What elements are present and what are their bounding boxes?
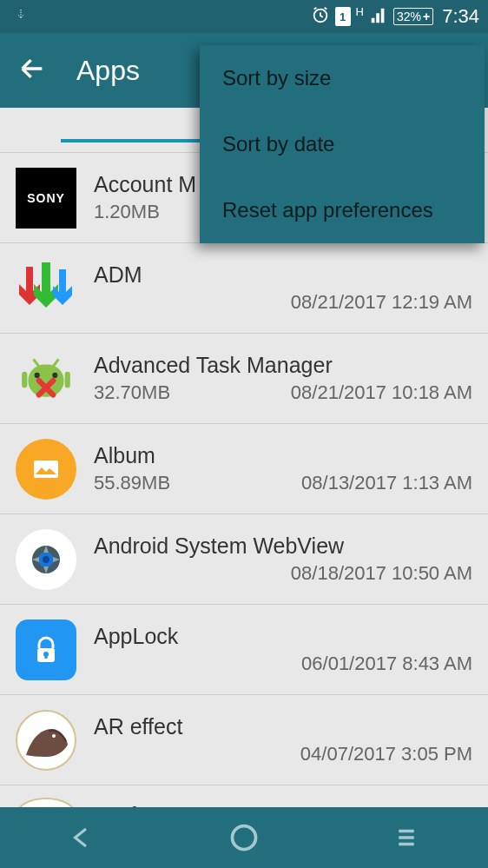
page-title: Apps: [76, 55, 140, 87]
svg-rect-6: [22, 371, 27, 388]
svg-rect-8: [34, 461, 58, 478]
app-icon-album: [16, 439, 76, 500]
list-item[interactable]: Album 55.89MB08/13/2017 1:13 AM: [0, 424, 488, 514]
sim-icon: 1: [335, 7, 351, 26]
svg-point-11: [43, 556, 49, 563]
app-name: Advanced Task Manager: [94, 353, 472, 378]
svg-rect-1: [28, 364, 63, 396]
app-icon-webview: [16, 529, 76, 590]
svg-rect-7: [65, 371, 70, 388]
download-indicator-icon: [14, 8, 28, 26]
battery-icon: 32% +: [393, 8, 433, 25]
list-item[interactable]: ADM 08/21/2017 12:19 AM: [0, 243, 488, 334]
navigation-bar: [0, 807, 488, 868]
svg-point-15: [52, 734, 56, 738]
svg-rect-14: [45, 654, 48, 659]
app-icon-ar-fun: [16, 798, 76, 807]
signal-icon: [369, 5, 388, 29]
alarm-icon: [311, 5, 330, 29]
list-item[interactable]: Android System WebView 08/18/2017 10:50 …: [0, 514, 488, 605]
app-icon-ar-effect: [16, 710, 76, 771]
list-item[interactable]: Advanced Task Manager 32.70MB08/21/2017 …: [0, 334, 488, 424]
nav-back-icon[interactable]: [63, 819, 100, 856]
app-size: 1.20MB: [94, 201, 160, 223]
app-date: 08/21/2017 12:19 AM: [291, 291, 472, 314]
app-date: 08/13/2017 1:13 AM: [301, 472, 472, 494]
app-size: 55.89MB: [94, 472, 170, 494]
app-date: 06/01/2017 8:43 AM: [301, 653, 472, 675]
app-icon-applock: [16, 620, 76, 680]
back-icon[interactable]: [17, 54, 47, 87]
app-name: ADM: [94, 262, 472, 288]
svg-point-2: [35, 372, 40, 377]
nav-recent-icon[interactable]: [388, 819, 425, 856]
nav-home-icon[interactable]: [226, 819, 262, 856]
app-list[interactable]: SONY Account M 1.20MB ADM 08/21/2017 12:…: [0, 153, 488, 807]
menu-reset-app-preferences[interactable]: Reset app preferences: [200, 177, 485, 243]
app-date: 04/07/2017 3:05 PM: [300, 743, 472, 765]
svg-line-5: [53, 359, 58, 366]
svg-point-3: [52, 372, 57, 377]
app-date: 08/21/2017 10:18 AM: [291, 381, 472, 404]
menu-sort-by-size[interactable]: Sort by size: [200, 45, 485, 111]
app-date: 08/18/2017 10:50 AM: [291, 562, 472, 585]
clock: 7:34: [442, 5, 479, 28]
app-name: Android System WebView: [94, 533, 472, 559]
svg-line-4: [34, 359, 39, 366]
overflow-menu: Sort by size Sort by date Reset app pref…: [200, 45, 485, 243]
menu-sort-by-date[interactable]: Sort by date: [200, 111, 485, 177]
app-name: AR effect: [94, 714, 472, 739]
list-item[interactable]: AR effect 04/07/2017 3:05 PM: [0, 695, 488, 785]
app-icon-atm: [16, 348, 76, 409]
svg-point-18: [232, 826, 255, 850]
app-name: Album: [94, 443, 472, 468]
app-icon-adm: [16, 258, 76, 319]
status-bar: 1 H 32% + 7:34: [0, 0, 488, 33]
app-name: AppLock: [94, 624, 472, 649]
network-label: H: [356, 5, 364, 18]
app-icon-sony: SONY: [16, 168, 76, 229]
list-item[interactable]: AppLock 06/01/2017 8:43 AM: [0, 605, 488, 695]
list-item[interactable]: AR fun: [0, 785, 488, 807]
app-size: 32.70MB: [94, 381, 170, 404]
